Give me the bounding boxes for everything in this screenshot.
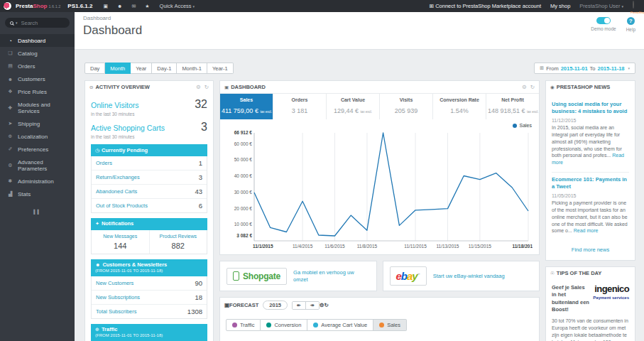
svg-text:40 000 €: 40 000 € [234,173,253,178]
marketplace-connect-link[interactable]: ⊞ Connect to PrestaShop Marketplace acco… [430,3,541,9]
gear-icon[interactable]: ⚙ [522,84,527,90]
chevron-down-icon: ▾ [628,66,630,70]
customers-newsletters-section: ☻Customers & Newsletters(FROM 2015-11-01… [91,259,207,319]
kpi-tab-cart-value[interactable]: Cart Value129,44 € tax excl. [326,94,379,119]
list-item: Ecommerce 101: Payments in a Tweet 11/05… [552,173,629,240]
range-day-button[interactable]: Day [84,63,105,74]
search-input[interactable] [21,20,64,26]
refresh-icon[interactable]: ↻ [204,84,209,90]
kpi-tab-visits[interactable]: Visits205 939 [379,94,432,119]
range-month-1-button[interactable]: Month-1 [177,63,207,74]
chart-legend-sales[interactable]: Sales [226,121,533,128]
date-range-picker[interactable]: ⊞ From2015-11-01 To2015-11-18 ▾ [534,63,635,74]
svg-text:11/15/2015: 11/15/2015 [469,244,491,249]
dashboard-panel-header: ▣ DASHBOARD ⚙ ↻ [220,81,539,93]
mail-icon[interactable]: ✉ [131,4,136,9]
calendar-icon: ⊞ [540,65,544,71]
forecast-year[interactable]: 2015 [263,301,288,310]
breadcrumb[interactable]: Dashboard [83,15,635,21]
new-messages-cell[interactable]: New Messages144 [92,230,149,254]
notifications-header: ✦Notifications [91,218,207,230]
avatar[interactable] [633,1,634,9]
refresh-icon[interactable]: ↻ [530,84,535,90]
activity-title: ACTIVITY OVERVIEW [95,84,149,90]
new-customers-link[interactable]: New Customers [96,280,133,286]
news-article-link[interactable]: Ecommerce 101: Payments in a Tweet [552,176,629,190]
gear-icon[interactable]: ⚙ [196,84,201,90]
person-icon: ☻ [95,262,100,267]
sidebar-item-catalog[interactable]: ❏Catalog [0,47,75,60]
sidebar-item-dashboard[interactable]: ◔Dashboard [0,34,75,47]
sidebar-item-customers[interactable]: ☻Customers [0,72,75,85]
topbar-icons: ▣ ☻ ✉ ★ [103,4,149,9]
active-carts-link[interactable]: Active Shopping Carts [91,124,165,132]
range-year-button[interactable]: Year [131,63,152,74]
legend-sales-button[interactable]: Sales [373,319,407,331]
ebay-link[interactable]: Start uw eBay-winkel vandaag [433,273,505,280]
online-visitors-link[interactable]: Online Visitors [91,101,139,109]
sidebar-item-advanced-parameters[interactable]: ⚙Advanced Parameters [0,156,75,175]
table-row: Out of Stock Products6 [92,199,207,212]
range-day-1-button[interactable]: Day-1 [152,63,177,74]
refresh-icon[interactable]: ↻ [324,302,329,308]
kpi-tab-orders[interactable]: Orders3 181 [273,94,326,119]
abandoned-carts-link[interactable]: Abandoned Carts [96,188,137,195]
quick-access-menu[interactable]: Quick Access▾ [160,3,195,9]
user-menu[interactable]: PrestaShop User▾ [579,3,623,9]
kpi-tab-conversion-rate[interactable]: Conversion Rate1.54% [432,94,486,119]
forward-icon[interactable]: ↠ [305,302,319,309]
range-month-button[interactable]: Month [105,63,131,74]
find-more-news-link[interactable]: Find more news [552,240,629,257]
topbar-left: PrestaShop1.6.1.2 PS1.6.1.2 ▣ ☻ ✉ ★ Quic… [0,1,195,11]
sidebar-item-orders[interactable]: ▤Orders [0,60,75,72]
chevron-down-icon: ▾ [193,4,195,9]
shopgate-link[interactable]: Ga mobiel en verhoog uw omzet [293,269,369,283]
kpi-tab-sales[interactable]: Sales411 759,00 € tax excl. [220,94,273,119]
orders-link[interactable]: Orders [96,160,112,166]
sidebar-item-administration[interactable]: ✱Administration [0,175,75,188]
svg-text:11/11/2015: 11/11/2015 [404,244,427,249]
out-of-stock-link[interactable]: Out of Stock Products [96,202,148,209]
tags-icon: ❖ [7,89,13,94]
backward-icon[interactable]: ↞ [293,302,305,309]
sidebar-item-localization[interactable]: ⊕Localization [0,130,75,143]
kpi-tabs: Sales411 759,00 € tax excl. Orders3 181 … [220,93,539,119]
svg-text:60 000 €: 60 000 € [234,141,253,146]
sidebar-item-stats[interactable]: ▟Stats [0,188,75,200]
prestashop-logo-icon [3,1,12,11]
sidebar-item-shipping[interactable]: ➤Shipping [0,117,75,130]
shop-name[interactable]: PS1.6.1.2 [67,3,92,9]
profile-icon[interactable]: ☻ [117,4,122,9]
returns-link[interactable]: Return/Exchanges [96,174,140,180]
sidebar-item-modules[interactable]: ✚Modules and Services [0,98,75,117]
read-more-link[interactable]: Read more [574,228,599,233]
table-row: Orders1 [92,156,207,170]
cart-icon[interactable]: ▣ [103,4,108,9]
svg-text:66 912 €: 66 912 € [234,130,253,135]
sidebar-search[interactable]: ▾ [5,18,70,28]
help-icon[interactable]: ? [627,17,635,25]
gear-icon[interactable]: ⚙ [320,302,324,308]
range-year-1-button[interactable]: Year-1 [207,63,234,74]
kpi-tab-net-profit[interactable]: Net Profit148 918,51 € tax excl. [486,94,539,119]
sidebar-item-price-rules[interactable]: ❖Price Rules [0,85,75,98]
ebay-ad: ebay™ Start uw eBay-winkel vandaag [383,261,540,291]
legend-conversion-button[interactable]: Conversion [261,319,307,331]
total-subscribers-link[interactable]: Total Subscribers [96,308,137,315]
trophy-icon[interactable]: ★ [145,4,149,9]
product-reviews-cell[interactable]: Product Reviews882 [149,230,207,254]
svg-text:11/8/2015: 11/8/2015 [357,244,378,249]
sidebar-collapse-button[interactable]: ▌▌ [0,210,75,214]
news-article-date: 11/12/2015 [552,118,629,123]
new-subscriptions-link[interactable]: New Subscriptions [96,294,140,301]
legend-average-cart-value-button[interactable]: Average Cart Value [307,319,373,331]
puzzle-icon: ✚ [7,105,13,111]
list-item: Using social media for your business: 4 … [552,97,629,173]
demo-mode-toggle[interactable] [596,17,611,24]
news-article-link[interactable]: Using social media for your business: 4 … [552,101,629,115]
legend-traffic-button[interactable]: Traffic [226,319,261,331]
sidebar-item-preferences[interactable]: ✐Preferences [0,143,75,156]
traffic-header: ⊕Traffic(FROM 2015-11-01 TO 2015-11-18) [91,324,207,341]
page-header: Dashboard Dashboard Demo mode ? Help [75,12,644,50]
my-shop-link[interactable]: My shop [550,3,570,9]
